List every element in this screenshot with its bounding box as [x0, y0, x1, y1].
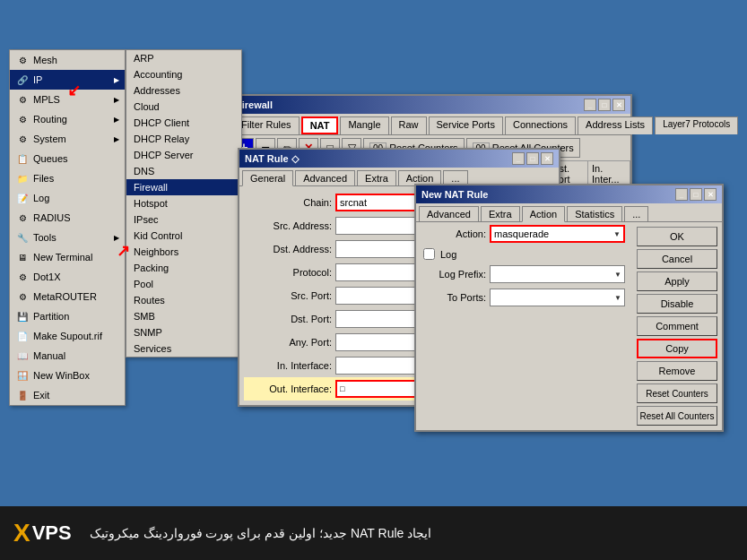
ok-btn[interactable]: OK: [637, 227, 717, 246]
submenu-snmp[interactable]: SNMP: [126, 324, 241, 340]
close-btn[interactable]: ✕: [612, 99, 625, 111]
tab-filter-rules[interactable]: Filter Rules: [233, 116, 300, 134]
menu-item-dot1x[interactable]: ⚙ Dot1X: [10, 267, 125, 287]
submenu-smb[interactable]: SMB: [126, 308, 241, 324]
manual-icon: 📖: [15, 349, 30, 363]
submenu-firewall[interactable]: Firewall: [126, 179, 241, 195]
submenu-dhcp-relay[interactable]: DHCP Relay: [126, 131, 241, 147]
action-input[interactable]: masquerade ▼: [490, 225, 625, 243]
copy-btn[interactable]: Copy: [637, 339, 717, 358]
nat-close-btn[interactable]: ✕: [541, 152, 553, 165]
submenu-routes[interactable]: Routes: [126, 292, 241, 308]
cancel-btn[interactable]: Cancel: [637, 249, 717, 269]
submenu-ipsec[interactable]: IPsec: [126, 211, 241, 228]
menu-item-exit[interactable]: 🚪 Exit: [10, 385, 125, 405]
to-ports-input[interactable]: ▼: [490, 289, 625, 306]
ip-icon: 🔗: [15, 73, 30, 87]
submenu-pool[interactable]: Pool: [126, 276, 241, 292]
log-checkbox[interactable]: [423, 248, 435, 260]
submenu-addresses[interactable]: Addresses: [126, 82, 241, 99]
submenu-accounting[interactable]: Accounting: [126, 66, 241, 82]
submenu-hotspot[interactable]: Hotspot: [126, 195, 241, 211]
new-nat-min-btn[interactable]: _: [675, 188, 688, 201]
menu-item-new-winbox[interactable]: 🪟 New WinBox: [10, 366, 125, 385]
menu-item-make-supout[interactable]: 📄 Make Supout.rif: [10, 326, 125, 346]
tab-new-nat-advanced[interactable]: Advanced: [419, 206, 479, 221]
new-nat-max-btn[interactable]: □: [690, 188, 702, 201]
tab-advanced[interactable]: Advanced: [295, 170, 355, 185]
radius-icon: ⚙: [15, 211, 30, 225]
winbox-icon: 🪟: [15, 368, 30, 383]
submenu-services[interactable]: Services: [126, 340, 241, 357]
menu-item-new-terminal[interactable]: 🖥 New Terminal: [10, 247, 125, 267]
submenu-dhcp-server[interactable]: DHCP Server: [126, 147, 241, 163]
to-ports-row: To Ports: ▼: [416, 286, 632, 309]
menu-item-metarouter[interactable]: ⚙ MetaROUTER: [10, 287, 125, 306]
nat-max-btn[interactable]: □: [526, 152, 539, 165]
reset-all-counters-btn-nat[interactable]: Reset All Counters: [637, 406, 717, 426]
menu-item-radius[interactable]: ⚙ RADIUS: [10, 208, 125, 228]
tab-nat[interactable]: NAT: [301, 116, 339, 134]
submenu-dhcp-client[interactable]: DHCP Client: [126, 115, 241, 131]
arrow-firewall: ↙: [117, 242, 130, 262]
tab-new-nat-extra[interactable]: Extra: [481, 206, 520, 221]
log-label: Log: [440, 249, 456, 260]
tab-new-nat-action[interactable]: Action: [522, 206, 566, 222]
menu-item-files[interactable]: 📁 Files: [10, 168, 125, 188]
menu-item-tools[interactable]: 🔧 Tools ▶: [10, 228, 125, 247]
partition-icon: 💾: [15, 309, 30, 323]
submenu-dns[interactable]: DNS: [126, 163, 241, 179]
maximize-btn[interactable]: □: [598, 99, 611, 111]
menu-item-queues[interactable]: 📋 Queues: [10, 149, 125, 168]
tools-icon: 🔧: [15, 230, 30, 245]
tab-general[interactable]: General: [242, 170, 293, 186]
bottom-description: ایجاد NAT Rule جدید؛ اولین قدم برای پورت…: [90, 526, 432, 540]
action-row: Action: masquerade ▼: [416, 222, 632, 246]
exit-icon: 🚪: [15, 388, 30, 402]
apply-btn[interactable]: Apply: [637, 271, 717, 291]
tab-new-nat-statistics[interactable]: Statistics: [567, 206, 622, 221]
submenu-cloud[interactable]: Cloud: [126, 99, 241, 115]
out-interface-label: Out. Interface:: [251, 383, 332, 394]
logo-x: X: [13, 519, 30, 547]
minimize-btn[interactable]: _: [584, 99, 596, 111]
menu-item-system[interactable]: ⚙ System ▶: [10, 129, 125, 149]
ip-submenu: ARP Accounting Addresses Cloud DHCP Clie…: [126, 49, 242, 358]
firewall-titlebar: Firewall _ □ ✕: [230, 96, 630, 114]
submenu-kid-control[interactable]: Kid Control: [126, 228, 241, 244]
nat-min-btn[interactable]: _: [512, 152, 525, 165]
menu-item-partition[interactable]: 💾 Partition: [10, 306, 125, 326]
tab-service-ports[interactable]: Service Ports: [429, 116, 503, 134]
log-row: Log: [416, 246, 632, 263]
tab-layer7[interactable]: Layer7 Protocols: [655, 116, 738, 134]
xvps-logo: X VPS: [13, 519, 72, 547]
firewall-tabs: Filter Rules NAT Mangle Raw Service Port…: [230, 114, 630, 135]
arrow-ip: ↙: [67, 81, 81, 100]
menu-item-log[interactable]: 📝 Log: [10, 188, 125, 208]
submenu-arp[interactable]: ARP: [126, 50, 241, 66]
tab-raw[interactable]: Raw: [391, 116, 427, 134]
new-nat-close-btn[interactable]: ✕: [704, 188, 717, 201]
menu-item-routing[interactable]: ⚙ Routing ▶: [10, 109, 125, 129]
new-nat-buttons: OK Cancel Apply Disable Comment Copy Rem…: [632, 222, 722, 430]
tab-new-nat-more[interactable]: ...: [624, 206, 648, 221]
log-prefix-row: Log Prefix: ▼: [416, 263, 632, 286]
action-label: Action:: [423, 228, 486, 239]
submenu-packing[interactable]: Packing: [126, 260, 241, 276]
submenu-neighbors[interactable]: Neighbors: [126, 244, 241, 260]
tab-extra[interactable]: Extra: [357, 170, 396, 185]
menu-item-mesh[interactable]: ⚙ Mesh: [10, 50, 125, 70]
reset-counters-btn-nat[interactable]: Reset Counters: [637, 383, 717, 403]
menu-item-manual[interactable]: 📖 Manual: [10, 346, 125, 366]
disable-btn[interactable]: Disable: [637, 294, 717, 314]
log-prefix-input[interactable]: ▼: [490, 265, 625, 283]
remove-btn[interactable]: Remove: [637, 361, 717, 381]
new-nat-content: Action: masquerade ▼ Log Log Prefix:: [416, 222, 722, 430]
comment-btn[interactable]: Comment: [637, 316, 717, 336]
new-nat-tabs: Advanced Extra Action Statistics ...: [416, 203, 722, 222]
tab-mangle[interactable]: Mangle: [340, 116, 388, 134]
terminal-icon: 🖥: [15, 250, 30, 264]
tab-connections[interactable]: Connections: [505, 116, 576, 134]
new-nat-window: New NAT Rule _ □ ✕ Advanced Extra Action…: [414, 184, 724, 432]
tab-address-lists[interactable]: Address Lists: [578, 116, 653, 134]
